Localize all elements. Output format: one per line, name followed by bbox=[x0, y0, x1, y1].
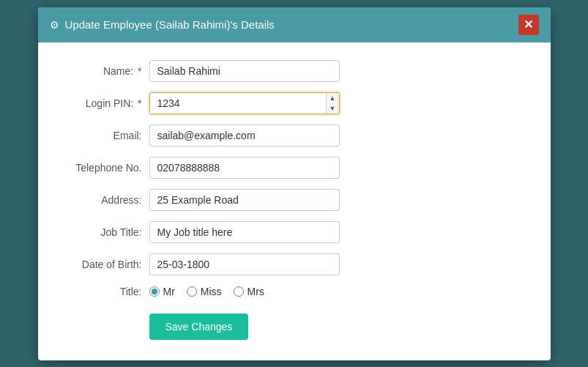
name-required: * bbox=[138, 65, 141, 77]
title-mrs-label: Mrs bbox=[248, 286, 264, 297]
email-group: Email: bbox=[62, 125, 527, 147]
name-group: Name: * bbox=[62, 60, 527, 82]
email-label: Email: bbox=[62, 130, 149, 141]
name-input[interactable] bbox=[149, 60, 340, 82]
title-miss-option[interactable]: Miss bbox=[187, 286, 222, 297]
title-mr-radio[interactable] bbox=[149, 286, 160, 297]
modal-header-content: ⚙ Update Employee (Sailab Rahimi)'s Deta… bbox=[50, 18, 275, 31]
telephone-input[interactable] bbox=[149, 157, 340, 179]
title-miss-radio[interactable] bbox=[187, 286, 197, 297]
modal-dialog: ⚙ Update Employee (Sailab Rahimi)'s Deta… bbox=[38, 7, 551, 360]
address-group: Address: bbox=[62, 189, 527, 211]
modal-body: Name: * Login PIN: * ▲ ▼ bbox=[38, 42, 551, 360]
job-title-label: Job Title: bbox=[62, 226, 149, 238]
job-title-input[interactable] bbox=[149, 221, 340, 243]
pin-label: Login PIN: * bbox=[62, 97, 149, 109]
address-input[interactable] bbox=[149, 189, 340, 211]
dob-input[interactable] bbox=[149, 253, 340, 275]
title-mr-option[interactable]: Mr bbox=[149, 286, 175, 297]
title-group: Title: Mr Miss Mrs bbox=[62, 286, 527, 297]
telephone-label: Telephone No. bbox=[62, 162, 149, 174]
dob-label: Date of Birth: bbox=[62, 259, 149, 270]
pin-required: * bbox=[138, 97, 141, 109]
name-label: Name: * bbox=[62, 65, 149, 77]
pin-input[interactable] bbox=[150, 93, 326, 114]
title-mr-label: Mr bbox=[163, 286, 175, 297]
address-label: Address: bbox=[62, 194, 149, 206]
spin-up-button[interactable]: ▲ bbox=[327, 93, 339, 103]
email-input[interactable] bbox=[149, 125, 340, 147]
pin-group: Login PIN: * ▲ ▼ bbox=[62, 92, 527, 114]
modal-header: ⚙ Update Employee (Sailab Rahimi)'s Deta… bbox=[38, 7, 551, 42]
spin-down-button[interactable]: ▼ bbox=[327, 103, 339, 114]
close-button[interactable]: ✕ bbox=[518, 15, 539, 35]
title-mrs-option[interactable]: Mrs bbox=[234, 286, 264, 297]
spin-arrows: ▲ ▼ bbox=[326, 93, 339, 114]
overlay: ⚙ Update Employee (Sailab Rahimi)'s Deta… bbox=[0, 0, 588, 367]
modal-title: Update Employee (Sailab Rahimi)'s Detail… bbox=[65, 18, 275, 31]
pin-spinner: ▲ ▼ bbox=[149, 92, 340, 114]
telephone-group: Telephone No. bbox=[62, 157, 527, 179]
dob-group: Date of Birth: bbox=[62, 253, 527, 275]
title-radio-group: Mr Miss Mrs bbox=[149, 286, 264, 297]
job-title-group: Job Title: bbox=[62, 221, 527, 243]
title-label: Title: bbox=[62, 286, 149, 297]
title-miss-label: Miss bbox=[201, 286, 222, 297]
save-button[interactable]: Save Changes bbox=[149, 314, 249, 340]
gear-icon: ⚙ bbox=[50, 19, 59, 31]
title-mrs-radio[interactable] bbox=[234, 286, 244, 297]
